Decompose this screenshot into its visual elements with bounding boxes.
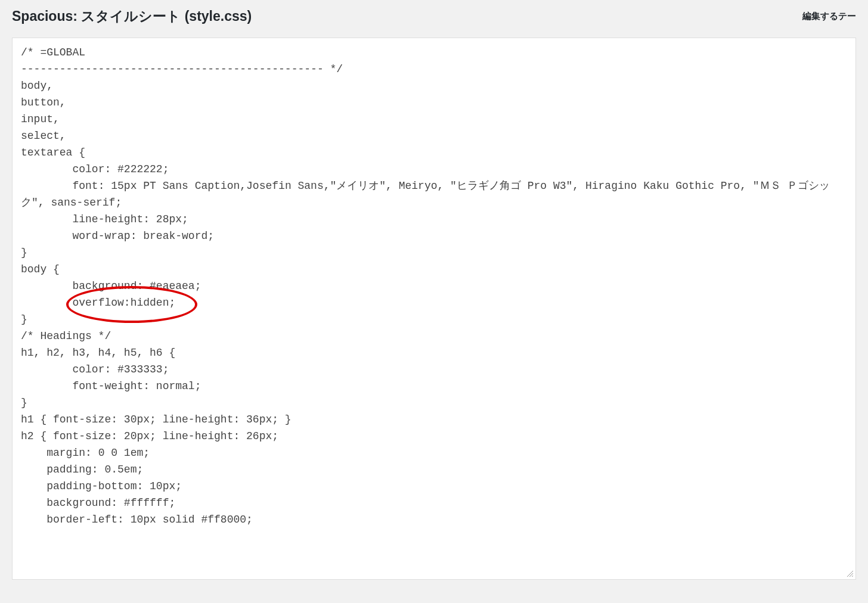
editor-container: [12, 38, 856, 580]
page-header: Spacious: スタイルシート (style.css) 編集するテー: [0, 0, 868, 33]
theme-select-label: 編集するテー: [802, 11, 856, 22]
css-editor-textarea[interactable]: [13, 38, 855, 579]
page-title: Spacious: スタイルシート (style.css): [12, 7, 252, 26]
